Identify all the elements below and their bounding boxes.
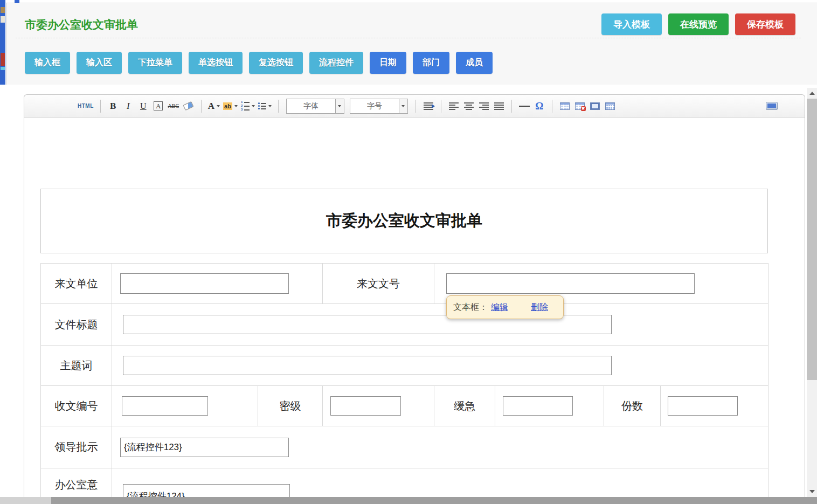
field-label-source-unit: 来文单位 <box>41 264 112 304</box>
special-char-button[interactable]: Ω <box>534 99 545 113</box>
online-preview-button[interactable]: 在线预览 <box>668 13 729 35</box>
toolbar-separator <box>441 100 441 113</box>
field-label-subject-words: 主题词 <box>41 346 112 386</box>
secrecy-level-cell <box>323 386 434 426</box>
add-radio-button[interactable]: 单选按钮 <box>189 52 243 74</box>
window-bottom-edge-light <box>0 497 51 504</box>
sidebar-fragment <box>1 53 5 66</box>
source-unit-cell <box>112 264 323 304</box>
add-checkbox-button[interactable]: 复选按钮 <box>249 52 303 74</box>
scrollbar-thumb[interactable] <box>807 99 817 380</box>
indent-icon <box>424 102 433 110</box>
table-properties-icon <box>590 102 600 110</box>
app-screen: 市委办公室收文审批单 导入模板 在线预览 保存模板 输入框 输入区 下拉菜单 单… <box>0 0 817 504</box>
font-size-select[interactable]: 字号 <box>350 99 408 114</box>
copies-input[interactable] <box>668 396 738 416</box>
add-flow-control-button[interactable]: 流程控件 <box>309 52 363 74</box>
component-button-row: 输入框 输入区 下拉菜单 单选按钮 复选按钮 流程控件 日期 部门 成员 <box>25 52 493 74</box>
leader-comment-input[interactable] <box>120 438 289 457</box>
office-opinion-input[interactable] <box>123 484 290 497</box>
doc-title-cell <box>112 304 768 346</box>
horizontal-rule-button[interactable] <box>518 99 530 113</box>
align-left-button[interactable] <box>448 99 460 113</box>
ordered-list-button[interactable]: 1 2 3 <box>241 99 255 113</box>
sidebar-fragment <box>1 67 5 70</box>
maximize-button[interactable] <box>766 99 778 113</box>
table-properties-button[interactable] <box>589 99 601 113</box>
field-label-urgency: 缓急 <box>434 386 495 426</box>
align-justify-button[interactable] <box>493 99 505 113</box>
editor-scrollbar[interactable] <box>807 88 817 497</box>
highlight-color-button[interactable]: ab <box>223 99 238 113</box>
font-size-dropdown-button[interactable] <box>399 99 407 113</box>
strikethrough-button[interactable]: ABC <box>168 99 179 113</box>
table-icon <box>560 102 570 110</box>
cell-properties-button[interactable] <box>604 99 616 113</box>
header: 市委办公室收文审批单 导入模板 在线预览 保存模板 输入框 输入区 下拉菜单 单… <box>6 3 817 85</box>
toolbar-separator <box>416 100 416 113</box>
align-justify-icon <box>494 102 504 110</box>
indent-button[interactable] <box>423 99 434 113</box>
copies-cell <box>661 386 768 426</box>
chevron-down-icon <box>268 105 272 107</box>
bold-button[interactable]: B <box>107 99 119 113</box>
font-color-button[interactable]: A <box>208 99 220 113</box>
add-member-button[interactable]: 成员 <box>456 52 493 74</box>
toolbar-separator <box>201 100 202 113</box>
doc-number-input[interactable] <box>446 273 695 294</box>
style-frame-button[interactable]: A <box>153 99 164 113</box>
add-department-button[interactable]: 部门 <box>413 52 449 74</box>
bullet-list-button[interactable] <box>258 99 272 113</box>
underline-button[interactable]: U <box>137 99 149 113</box>
edit-field-link[interactable]: 编辑 <box>491 302 508 313</box>
align-right-icon <box>479 102 489 110</box>
toolbar-separator <box>100 100 101 113</box>
table-row: 文件标题 <box>41 304 768 346</box>
save-template-button[interactable]: 保存模板 <box>735 13 795 35</box>
insert-table-button[interactable] <box>559 99 571 113</box>
urgency-input[interactable] <box>503 396 573 416</box>
form-title: 市委办公室收文审批单 <box>326 210 482 232</box>
table-row: 领导批示 <box>41 426 768 468</box>
approval-form-table: 来文单位 来文文号 文件标题 主题词 <box>40 263 768 497</box>
source-unit-input[interactable] <box>120 273 289 294</box>
field-tooltip: 文本框： 编辑 删除 <box>446 295 564 319</box>
delete-table-button[interactable] <box>574 99 586 113</box>
bullet-list-icon <box>258 102 266 109</box>
urgency-cell <box>495 386 604 426</box>
subject-words-input[interactable] <box>123 356 612 375</box>
field-label-secrecy-level: 密级 <box>258 386 323 426</box>
font-family-dropdown-button[interactable] <box>335 99 344 113</box>
editor-toolbar: HTML B I U A ABC A ab 1 2 3 <box>24 95 805 118</box>
remove-format-button[interactable] <box>183 99 195 113</box>
add-dropdown-button[interactable]: 下拉菜单 <box>128 52 182 74</box>
italic-button[interactable]: I <box>122 99 134 113</box>
align-center-icon <box>464 102 474 110</box>
window-bottom-edge <box>0 497 817 504</box>
sidebar-edge <box>0 0 5 85</box>
html-source-button[interactable]: HTML <box>78 99 94 113</box>
form-title-box: 市委办公室收文审批单 <box>40 189 768 253</box>
ordered-list-icon: 1 2 3 <box>241 101 250 111</box>
secrecy-level-input[interactable] <box>330 396 401 416</box>
align-left-icon <box>449 102 459 110</box>
receipt-number-input[interactable] <box>122 396 208 416</box>
delete-field-link[interactable]: 删除 <box>531 302 548 313</box>
scroll-down-button[interactable] <box>807 486 817 497</box>
chevron-down-icon <box>234 105 238 107</box>
page-title: 市委办公室收文审批单 <box>25 17 138 32</box>
import-template-button[interactable]: 导入模板 <box>601 13 662 35</box>
font-family-select[interactable]: 字体 <box>286 99 344 114</box>
field-label-copies: 份数 <box>604 386 661 426</box>
add-date-button[interactable]: 日期 <box>370 52 406 74</box>
header-actions: 导入模板 在线预览 保存模板 <box>601 13 795 35</box>
add-input-box-button[interactable]: 输入框 <box>25 52 70 74</box>
align-right-button[interactable] <box>478 99 490 113</box>
chevron-down-icon <box>338 105 341 107</box>
add-textarea-button[interactable]: 输入区 <box>77 52 122 74</box>
table-row: 来文单位 来文文号 <box>41 264 768 304</box>
horizontal-rule-icon <box>519 106 530 107</box>
scroll-up-button[interactable] <box>807 88 817 99</box>
align-center-button[interactable] <box>463 99 475 113</box>
sidebar-fragment <box>1 7 5 13</box>
